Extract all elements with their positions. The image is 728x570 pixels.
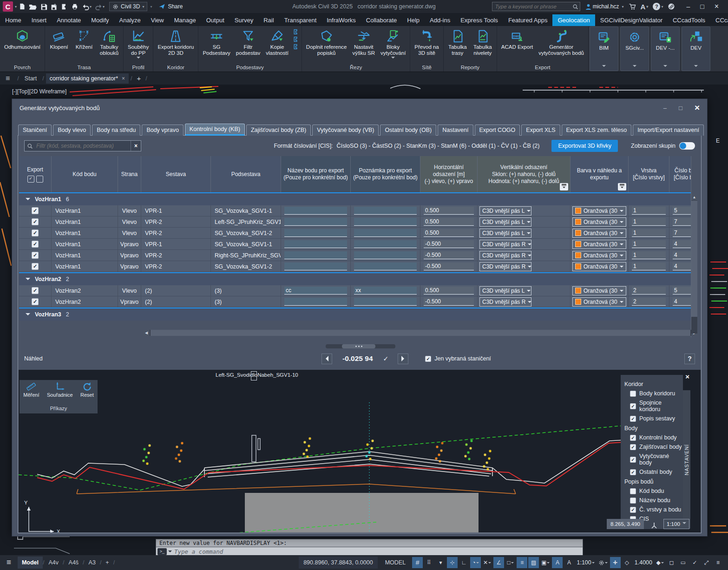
table-row[interactable]: ✓VozHran1VlevoVPR-2SG_Vozovka_SGV1-20.50…	[19, 228, 691, 239]
panel-checkbox-název-bodu[interactable]: ✓Název bodu	[630, 497, 683, 504]
open-icon[interactable]	[29, 3, 37, 10]
layer-input[interactable]: 2	[632, 298, 666, 306]
column-menu-icon[interactable]	[618, 183, 626, 190]
v-offset-select[interactable]: C3D vnější pás L	[479, 286, 531, 295]
name-input[interactable]	[284, 240, 347, 248]
minimize-button[interactable]: –	[686, 3, 690, 10]
color-select[interactable]: Oranžová (30	[572, 229, 626, 238]
new-drawing-tab-button[interactable]: +	[134, 74, 144, 82]
column-header-subassembly[interactable]: Podsestava	[211, 156, 281, 192]
new-file-icon[interactable]	[19, 3, 26, 10]
hscroll-thumb[interactable]	[151, 330, 690, 336]
column-header-assembly[interactable]: Sestava	[141, 156, 211, 192]
only-selected-checkbox[interactable]: ✓	[425, 356, 431, 362]
ribbon-panel-title[interactable]	[590, 63, 618, 71]
ribbon-button-bim[interactable]: BIM	[592, 28, 616, 51]
qat-overflow-icon[interactable]: ▾	[150, 5, 152, 9]
name-input[interactable]: cc	[284, 287, 347, 295]
column-header-v[interactable]: Vertikální odsazeníSklon: (+) nahoru, (-…	[478, 156, 571, 192]
snap-icon[interactable]: ⊹	[447, 557, 458, 568]
dialog-tab-export-xls[interactable]: Export XLS	[521, 124, 560, 136]
ribbon-tab-cccadtools[interactable]: CCcadTools	[668, 14, 710, 26]
panel-checkbox-k-d-bodu[interactable]: ✓Kód bodu	[630, 488, 683, 494]
dialog-tab-zajišťovací-body-zb-[interactable]: Zajišťovací body (ZB)	[246, 124, 311, 136]
column-header-number[interactable]: Číslo b[Číslo b	[669, 156, 691, 192]
export-checkbox[interactable]: ✓	[32, 241, 39, 248]
units-icon[interactable]: ◻	[666, 557, 677, 568]
layer-input[interactable]: 1	[632, 251, 666, 259]
point-number-input[interactable]: 5	[673, 287, 691, 295]
layout-tab-a4v[interactable]: A4v	[45, 557, 63, 569]
ribbon-tab-home[interactable]: Home	[0, 14, 26, 26]
group-header-vozhran2[interactable]: VozHran22	[19, 273, 691, 285]
ribbon-tab-insert[interactable]: Insert	[26, 14, 52, 26]
grid-display-icon[interactable]: ▾	[435, 557, 446, 568]
settings-vertical-tab[interactable]: NASTAVENÍ	[683, 390, 690, 529]
ribbon-tab-survey[interactable]: Survey	[230, 14, 258, 26]
collapse-triangle-icon[interactable]	[26, 313, 30, 318]
redo-icon[interactable]: ▾	[95, 3, 105, 10]
table-row[interactable]: ✓VozHran1VpravoVPR-2SG_Vozovka_SGV1-2-0.…	[19, 261, 691, 272]
panel-checkbox-zajišťovací-body[interactable]: ✓Zajišťovací body	[630, 444, 683, 450]
point-number-input[interactable]: 4	[673, 240, 691, 248]
table-row[interactable]: ✓VozHran2Vpravo(2)(3)-0.500C3D vnější pá…	[19, 296, 691, 308]
panel-checkbox-spojnice-koridoru[interactable]: ✓Spojnice koridoru	[630, 400, 683, 413]
checkbox[interactable]: ✓	[630, 444, 636, 450]
h-offset-input[interactable]: -0.500	[424, 298, 474, 306]
checkbox[interactable]: ✓	[630, 469, 636, 475]
ribbon-button-sg-podsestavy[interactable]: SG Podsestavy	[200, 27, 232, 56]
subassembly-tool-icon[interactable]	[293, 29, 299, 35]
filter-clear-button[interactable]: ×	[131, 141, 141, 151]
dialog-tab-body-vpravo[interactable]: Body vpravo	[142, 124, 183, 136]
autodesk-app-icon[interactable]: A▾	[641, 3, 649, 11]
checkbox[interactable]: ✓	[630, 416, 636, 422]
layer-input[interactable]: 1	[632, 207, 666, 215]
station-value[interactable]: -0.025 94	[342, 354, 373, 363]
station-slider[interactable]	[326, 344, 395, 348]
cart-icon[interactable]	[629, 3, 636, 10]
checkbox[interactable]: ✓	[630, 507, 636, 513]
ribbon-button-bloky-vytyčování[interactable]: Bloky vytyčování	[378, 27, 408, 60]
preview-canvas[interactable]: Y X MěřeníSouřadniceReset Příkazy Left-S…	[19, 370, 701, 532]
file-tab-corridor-staking-generator-[interactable]: corridor staking generator*×	[46, 73, 129, 84]
dialog-tab-import-export-nastavení[interactable]: Import/Export nastavení	[633, 124, 704, 136]
h-offset-input[interactable]: -0.500	[424, 251, 474, 259]
note-input[interactable]	[354, 251, 417, 259]
subassembly-extra-tools[interactable]	[292, 27, 300, 50]
dialog-tab-export-cogo[interactable]: Export COGO	[475, 124, 520, 136]
ribbon-button-export-koridoru-2d-3d[interactable]: Export koridoru 2D 3D	[155, 27, 196, 56]
checkbox[interactable]: ✓	[630, 498, 636, 504]
subassembly-tool-icon[interactable]	[293, 44, 299, 50]
hardware-accel-icon[interactable]: ✓	[689, 557, 700, 568]
layer-input[interactable]: 1	[632, 218, 666, 226]
note-input[interactable]	[354, 298, 417, 306]
layer-input[interactable]: 1	[632, 262, 666, 270]
isodraft-icon[interactable]: ✕	[482, 557, 492, 568]
table-row[interactable]: ✓VozHran1VpravoVPR-1SG_Vozovka_SGV1-1-0.…	[19, 239, 691, 250]
search-input[interactable]	[492, 4, 571, 9]
column-menu-icon[interactable]	[560, 183, 568, 190]
note-input[interactable]: xx	[354, 287, 417, 295]
annotation-visibility-icon[interactable]: A	[552, 557, 563, 568]
panel-checkbox-body-koridoru[interactable]: ✓Body koridoru	[630, 390, 683, 397]
scroll-up-icon[interactable]: ▲	[691, 194, 697, 200]
h-offset-input[interactable]: -0.500	[424, 240, 474, 248]
next-station-button[interactable]	[398, 354, 408, 364]
checkbox[interactable]: ✓	[630, 488, 636, 494]
graphics-icon[interactable]: ◆	[655, 557, 665, 568]
layer-input[interactable]: 1	[632, 240, 666, 248]
ribbon-panel-title[interactable]	[651, 63, 679, 71]
model-space-button[interactable]: MODEL	[381, 557, 409, 569]
save-icon[interactable]	[40, 3, 47, 10]
quick-properties-icon[interactable]: ▭	[678, 557, 689, 568]
checkbox[interactable]: ✓	[630, 391, 636, 397]
station-slider-thumb[interactable]	[342, 344, 375, 348]
point-number-input[interactable]: 5	[673, 207, 691, 215]
panel-close-icon[interactable]: ×	[685, 373, 689, 380]
layout-tab-model[interactable]: Model	[18, 557, 43, 569]
dialog-tab-body-na-středu[interactable]: Body na středu	[92, 124, 140, 136]
file-tab-start[interactable]: Start	[21, 73, 40, 84]
ribbon-tab-view[interactable]: View	[146, 14, 169, 26]
ribbon-tab-express-tools[interactable]: Express Tools	[455, 14, 503, 26]
uncheck-all-button[interactable]	[36, 176, 43, 183]
